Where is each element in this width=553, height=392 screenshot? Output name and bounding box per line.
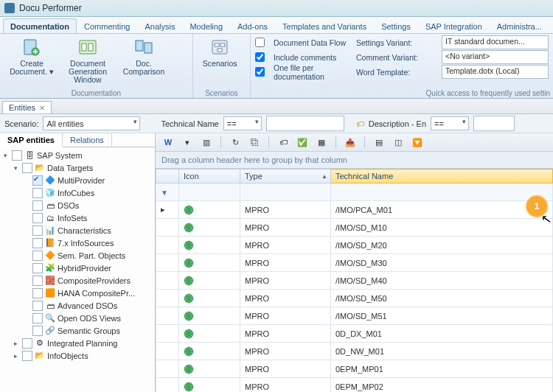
sap-entities-tab[interactable]: SAP entities [0,133,63,147]
columns-button[interactable]: ◫ [390,135,406,150]
check-button[interactable]: ✅ [294,135,310,150]
svg-rect-8 [215,43,219,46]
tree-item-icon: 📙 [45,238,55,248]
table-row[interactable]: MPRO/IMO/SD_M40 [156,272,553,290]
col-icon[interactable]: Icon [179,169,240,183]
tree-item-icon: 🔗 [45,326,55,336]
col-type[interactable]: Type▲ [240,169,331,183]
tree-item-icon: 🔷 [45,175,55,186]
tree-item[interactable]: 🟧HANA CompositePr... [0,287,155,299]
table-row[interactable]: MPRO0D_DX_M01 [156,325,553,343]
tab-modeling[interactable]: Modeling [182,18,230,33]
col-technical-name[interactable]: Technical Name [331,169,553,183]
filter-icon-cell[interactable] [179,183,240,201]
filter-tag-icon[interactable]: 🏷 [356,119,364,128]
filter-type-cell[interactable] [240,183,331,201]
tab-administration[interactable]: Administra... [490,18,549,33]
technical-name-op-combo[interactable]: == [223,116,262,130]
table-row[interactable]: MPRO/IMO/SD_M50 [156,290,553,307]
word-template-label: Word Template: [356,68,436,77]
tree-item[interactable]: 🔗Semantic Groups [0,324,155,337]
entities-tab[interactable]: Entities ✕ [2,101,52,113]
tab-analysis[interactable]: Analysis [137,18,182,33]
row-indicator-header [156,169,179,183]
svg-rect-9 [220,43,225,46]
comment-variant-field[interactable]: <No variant> [442,50,549,64]
description-label: Description - En [369,119,426,128]
layout-button[interactable]: ▤ [371,135,387,150]
ribbon-group-label-scenarios: Scenarios [193,89,250,97]
tree-item-icon: 🟧 [45,288,55,298]
sidebar: SAP entities Relations ▾🗄SAP System ▾📂Da… [0,133,156,392]
tree-item-icon: 📊 [45,225,55,236]
table-row[interactable]: MPRO0EPM_MP02 [156,378,553,393]
document-tabstrip: Entities ✕ [0,99,553,114]
table-row[interactable]: MPRO0EPM_MP01 [156,360,553,378]
scenario-btn[interactable]: ▥ [198,135,215,150]
ribbon-body: Create Document. ▾ Document Generation W… [0,34,553,99]
tree-item[interactable]: 📊Characteristics [0,224,155,237]
table-row[interactable]: MPRO/IMO/SD_M20 [156,237,553,254]
filter-button[interactable]: 🔽 [409,135,425,150]
copy-button[interactable]: ⿻ [246,135,262,150]
window-titlebar: Docu Performer [0,0,553,17]
tree-item[interactable]: 🧱CompositeProviders [0,274,155,287]
description-op-combo[interactable]: == [431,116,469,130]
quick-access-hint: Quick access to frequently used settin [426,89,550,97]
tree-item[interactable]: 🗃DSOs [0,199,155,211]
tree-item-icon: 🧊 [45,188,55,198]
include-comments-checkbox[interactable] [255,52,265,62]
word-export-button[interactable]: W [160,135,176,150]
tab-sap-integration[interactable]: SAP Integration [418,18,490,33]
dataflow-checkbox[interactable] [255,38,265,47]
sort-asc-icon: ▲ [321,173,327,180]
tab-commenting[interactable]: Commenting [77,18,137,33]
tag-button[interactable]: 🏷 [275,135,291,150]
tree-item[interactable]: 🧩HybridProvider [0,262,155,274]
description-input[interactable] [473,116,515,131]
tree-item[interactable]: 🗃Advanced DSOs [0,299,155,312]
tab-settings[interactable]: Settings [374,18,418,33]
table-row[interactable]: MPRO/IMO/SD_M51 [156,307,553,325]
technical-name-input[interactable] [266,116,344,131]
table-row[interactable]: MPRO/IMO/SD_M10 [156,219,553,237]
tab-templates[interactable]: Templates and Variants [275,18,374,33]
tree-item-icon: 🗂 [45,213,55,223]
grid-toolbar: W ▾ ▥ ↻ ⿻ 🏷 ✅ ▦ 📤 ▤ ◫ 🔽 [156,133,553,152]
main-panel: W ▾ ▥ ↻ ⿻ 🏷 ✅ ▦ 📤 ▤ ◫ 🔽 Drag a column he… [156,133,553,392]
tree-item[interactable]: 🔍Open ODS Views [0,312,155,324]
svg-rect-5 [136,41,143,51]
close-icon[interactable]: ✕ [39,104,45,112]
ribbon-tabstrip: Documentation Commenting Analysis Modeli… [0,17,553,34]
entity-tree[interactable]: ▾🗄SAP System ▾📂Data Targets 🔷MultiProvid… [0,147,155,392]
filter-row-indicator: ▼ [156,183,179,201]
grid-button[interactable]: ▦ [313,135,330,150]
tree-item[interactable]: 🔶Sem. Part. Objects [0,249,155,262]
refresh-button[interactable]: ↻ [227,135,243,150]
folder-icon: 📂 [35,351,45,361]
system-icon: 🗄 [24,150,35,161]
tree-item[interactable]: 🔷MultiProvider [0,174,155,186]
tree-item[interactable]: 🧊InfoCubes [0,186,155,199]
group-hint[interactable]: Drag a column header here to group by th… [156,152,553,169]
tree-item-icon: 🔍 [45,313,55,323]
onefile-checkbox[interactable] [255,67,265,77]
entity-grid[interactable]: Icon Type▲ Technical Name ▼ ▸MPRO/IMO/PC… [156,169,553,392]
filter-techname-cell[interactable] [331,183,553,201]
tree-item[interactable]: 🗂InfoSets [0,211,155,224]
table-row[interactable]: MPRO/IMO/SD_M30 [156,254,553,272]
settings-variant-field[interactable]: IT standard documen... [442,35,549,49]
word-template-field[interactable]: Template.dotx (Local) [442,65,549,79]
table-row[interactable]: MPRO0D_NW_M01 [156,343,553,360]
filter-bar: Scenario: All entities Technical Name ==… [0,114,553,133]
export-button[interactable]: 📤 [342,135,358,150]
tab-addons[interactable]: Add-ons [230,18,275,33]
table-row[interactable]: ▸MPRO/IMO/PCA_M01 [156,201,553,219]
tab-documentation[interactable]: Documentation [3,18,77,33]
dropdown-button[interactable]: ▾ [179,135,195,150]
gear-icon: ⚙ [35,338,45,349]
tree-item[interactable]: 📙7.x InfoSources [0,237,155,249]
scenario-combo[interactable]: All entities [43,116,140,130]
relations-tab[interactable]: Relations [63,133,112,147]
svg-rect-3 [82,43,86,51]
